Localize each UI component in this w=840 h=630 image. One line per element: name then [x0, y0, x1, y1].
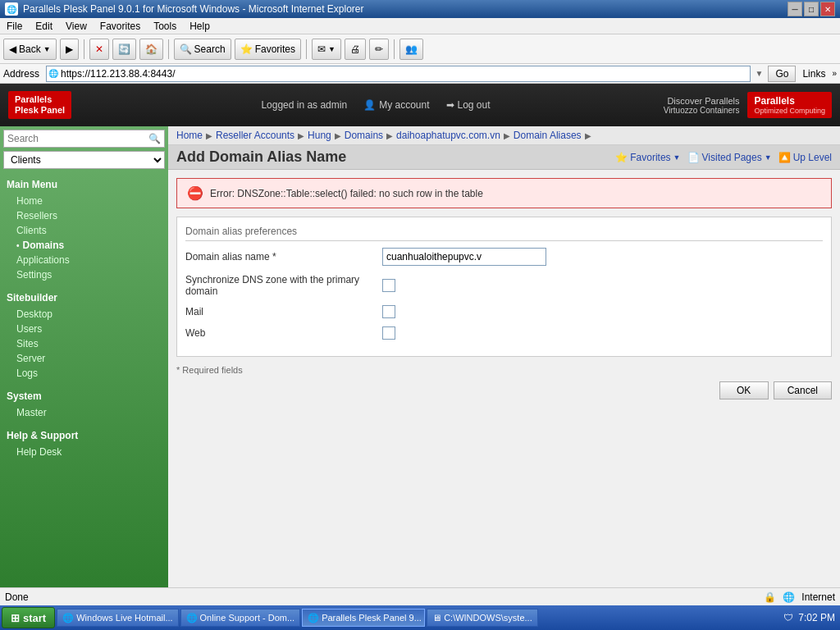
sync-dns-checkbox[interactable]	[382, 279, 395, 292]
sidebar-dropdown[interactable]: Clients	[3, 151, 165, 169]
taskbar-item-3[interactable]: 🖥 C:\WINDOWS\syste...	[427, 609, 538, 627]
sitebuilder-title: Sitebuilder	[7, 292, 162, 304]
print-button[interactable]: 🖨	[345, 39, 366, 60]
back-button[interactable]: ◀ Back ▼	[3, 39, 57, 60]
required-note: * Required fields	[176, 365, 832, 375]
plesk-logo-sub: Plesk Panel	[15, 105, 65, 116]
taskbar-item-1[interactable]: 🌐 Online Support - Dom...	[180, 609, 301, 627]
menu-file[interactable]: File	[3, 20, 25, 33]
user-icon: 👤	[363, 99, 376, 111]
favorites-button[interactable]: ⭐ Favorites	[235, 39, 301, 60]
help-title: Help & Support	[7, 430, 162, 441]
sidebar-item-users[interactable]: Users	[7, 322, 162, 336]
sidebar: 🔍 Clients Main Menu Home Resellers Clien…	[0, 126, 168, 622]
breadcrumb-aliases[interactable]: Domain Aliases	[514, 130, 582, 141]
stop-button[interactable]: ✕	[89, 39, 109, 60]
zone-text: Internet	[801, 591, 835, 603]
applications-label: Applications	[16, 254, 70, 266]
ok-button[interactable]: OK	[719, 381, 769, 399]
stop-icon: ✕	[95, 43, 103, 55]
virtuozzo-label: Virtuozzo Containers	[664, 106, 740, 115]
links-expand-icon: »	[832, 69, 837, 78]
zone-icon: 🌐	[783, 591, 795, 603]
breadcrumb-sep-3: ▶	[335, 131, 341, 140]
log-out-link[interactable]: ➡ Log out	[446, 99, 491, 111]
sidebar-search-btn[interactable]: 🔍	[145, 133, 164, 144]
start-button[interactable]: ⊞ start	[2, 607, 55, 628]
breadcrumb-domain-name[interactable]: daihoaphatupvc.com.vn	[396, 130, 500, 141]
lock-icon: 🔒	[764, 591, 776, 603]
mail-checkbox[interactable]	[382, 305, 395, 318]
menu-tools[interactable]: Tools	[150, 20, 180, 33]
minimize-btn[interactable]: ─	[788, 2, 802, 16]
taskbar-item-2[interactable]: 🌐 Parallels Plesk Panel 9...	[302, 609, 425, 627]
sidebar-item-logs[interactable]: Logs	[7, 366, 162, 381]
breadcrumb-sep-4: ▶	[386, 131, 393, 140]
sidebar-item-clients[interactable]: Clients	[7, 223, 162, 238]
taskbar-item-0[interactable]: 🌐 Windows Live Hotmail...	[57, 609, 178, 627]
address-bar: Address 🌐 ▼ Go Links »	[0, 64, 840, 84]
sidebar-item-helpdesk[interactable]: Help Desk	[7, 445, 162, 459]
up-level-action[interactable]: 🔼 Up Level	[778, 152, 832, 163]
close-btn[interactable]: ✕	[820, 2, 835, 16]
sidebar-search-input[interactable]	[4, 131, 145, 146]
taskbar-clock: 7:02 PM	[798, 612, 835, 623]
web-checkbox[interactable]	[382, 326, 395, 340]
help-section: Help & Support Help Desk	[0, 423, 168, 463]
breadcrumb-hung[interactable]: Hung	[308, 130, 331, 141]
sidebar-item-desktop[interactable]: Desktop	[7, 307, 162, 322]
up-icon: 🔼	[778, 152, 791, 163]
toolbar-sep-2	[168, 39, 169, 59]
toolbar-sep-4	[394, 39, 395, 59]
menu-help[interactable]: Help	[186, 20, 213, 33]
sidebar-item-domains[interactable]: • Domains	[7, 238, 162, 253]
domains-bullet: •	[16, 241, 20, 250]
alias-name-input[interactable]	[382, 248, 546, 266]
sidebar-dropdown-select[interactable]: Clients	[4, 153, 164, 167]
breadcrumb-reseller[interactable]: Reseller Accounts	[216, 130, 294, 141]
parallels-logo-box: Parallels Optimized Computing	[747, 92, 832, 118]
breadcrumb-domains[interactable]: Domains	[345, 130, 383, 141]
sidebar-item-sites[interactable]: Sites	[7, 336, 162, 351]
search-label: Search	[194, 43, 226, 55]
sidebar-item-server[interactable]: Server	[7, 351, 162, 366]
visited-pages-action[interactable]: 📄 Visited Pages ▼	[687, 152, 772, 163]
search-icon: 🔍	[180, 43, 192, 55]
logged-in-text: Logged in as admin	[261, 99, 347, 111]
messenger-button[interactable]: 👥	[399, 39, 423, 60]
forward-icon: ▶	[66, 43, 73, 55]
cancel-button[interactable]: Cancel	[774, 381, 832, 399]
address-dropdown-icon[interactable]: ▼	[756, 69, 764, 78]
domains-label: Domains	[23, 240, 65, 251]
sidebar-item-applications[interactable]: Applications	[7, 253, 162, 267]
taskbar: ⊞ start 🌐 Windows Live Hotmail... 🌐 Onli…	[0, 605, 840, 630]
page-header-bar: Add Domain Alias Name ⭐ Favorites ▼ 📄 Vi…	[168, 145, 840, 170]
menu-edit[interactable]: Edit	[32, 20, 56, 33]
search-button[interactable]: 🔍 Search	[174, 39, 231, 60]
taskbar-icon-2: 🌐	[308, 613, 319, 623]
menu-view[interactable]: View	[62, 20, 90, 33]
my-account-link[interactable]: 👤 My account	[363, 99, 429, 111]
button-row: OK Cancel	[176, 381, 832, 399]
edit-button[interactable]: ✏	[369, 39, 389, 60]
breadcrumb-home[interactable]: Home	[176, 130, 203, 141]
menu-favorites[interactable]: Favorites	[97, 20, 144, 33]
mail-button[interactable]: ✉ ▼	[312, 39, 341, 60]
sidebar-item-resellers[interactable]: Resellers	[7, 208, 162, 223]
visited-icon: 📄	[687, 152, 700, 163]
go-button[interactable]: Go	[768, 66, 796, 82]
parallels-tagline: Optimized Computing	[754, 107, 825, 115]
logs-label: Logs	[16, 368, 38, 379]
visited-dropdown-icon: ▼	[765, 153, 772, 162]
address-input[interactable]	[61, 68, 747, 80]
favorites-action[interactable]: ⭐ Favorites ▼	[615, 152, 680, 163]
sidebar-item-master[interactable]: Master	[7, 405, 162, 420]
maximize-btn[interactable]: □	[804, 2, 819, 16]
sidebar-item-settings[interactable]: Settings	[7, 267, 162, 282]
mail-icon: ✉	[317, 43, 326, 55]
refresh-button[interactable]: 🔄	[112, 39, 136, 60]
forward-button[interactable]: ▶	[60, 39, 79, 60]
home-button[interactable]: 🏠	[139, 39, 163, 60]
my-account-label: My account	[379, 99, 429, 111]
sidebar-item-home[interactable]: Home	[7, 194, 162, 208]
